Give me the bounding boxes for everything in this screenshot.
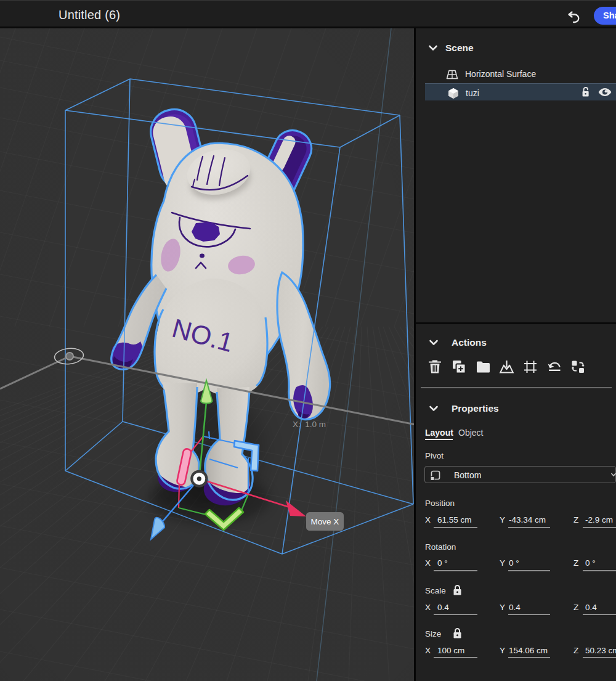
svg-text:Move X: Move X [311, 517, 339, 526]
